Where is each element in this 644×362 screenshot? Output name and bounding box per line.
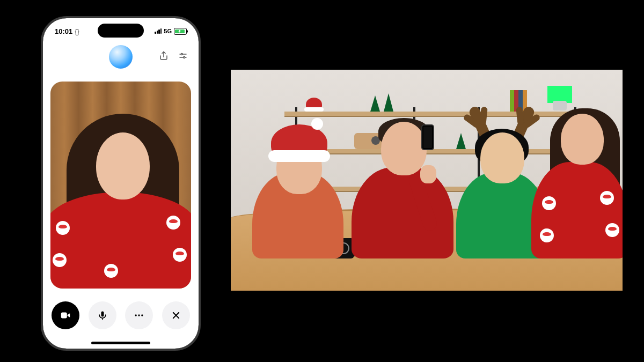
room-scene: [231, 70, 623, 291]
assistant-avatar[interactable]: [109, 45, 133, 69]
person-1-santa-hat: [252, 119, 343, 258]
iphone-screen: 10:01 {} 5G: [43, 18, 199, 349]
person-2-holding-phone: [352, 108, 453, 258]
person-4-santa-sweater: [531, 98, 623, 258]
status-time: 10:01: [55, 27, 72, 35]
close-button[interactable]: [162, 301, 190, 329]
camera-preview: [50, 82, 191, 289]
status-right-group: 5G: [155, 28, 187, 35]
video-button[interactable]: [52, 301, 79, 329]
svg-point-9: [141, 314, 143, 316]
battery-charging-bolt-icon: [178, 29, 182, 33]
svg-rect-6: [101, 312, 104, 317]
presentation-stage: 10:01 {} 5G: [0, 0, 644, 362]
more-button[interactable]: [125, 301, 153, 329]
home-indicator[interactable]: [91, 342, 150, 344]
mic-button[interactable]: [89, 301, 116, 329]
santa-hat-decor-icon: [306, 98, 322, 112]
sliders-icon[interactable]: [178, 51, 188, 63]
status-time-group: 10:01 {}: [55, 27, 79, 35]
dynamic-island: [98, 24, 144, 38]
network-type: 5G: [164, 28, 172, 34]
share-icon[interactable]: [159, 51, 169, 63]
cellular-signal-icon: [155, 28, 162, 34]
svg-point-8: [138, 314, 140, 316]
call-controls: [43, 301, 199, 329]
svg-rect-5: [61, 313, 67, 319]
svg-point-4: [184, 57, 185, 58]
iphone-frame: 10:01 {} 5G: [41, 16, 201, 351]
svg-point-7: [135, 314, 137, 316]
battery-icon: [174, 28, 187, 35]
svg-point-2: [181, 54, 182, 55]
held-phone-icon: [421, 124, 434, 150]
status-time-suffix: {}: [75, 27, 79, 35]
camera-subject: [50, 82, 191, 289]
